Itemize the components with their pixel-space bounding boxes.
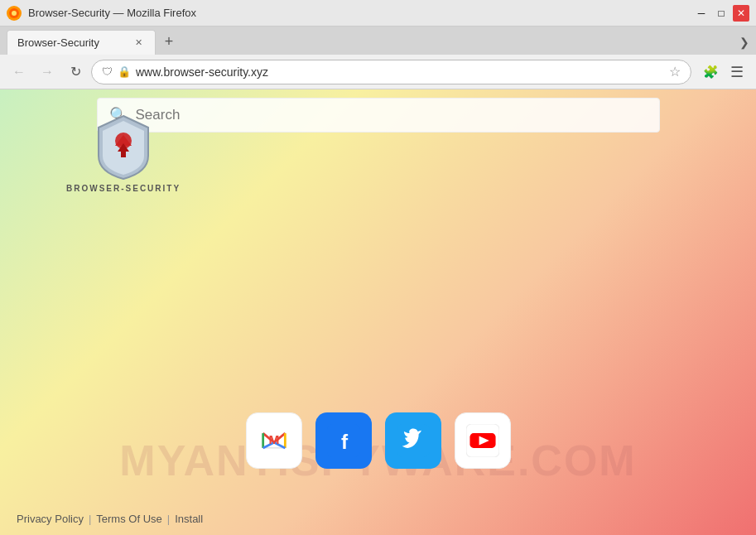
social-icons: M f (246, 412, 511, 469)
reload-button[interactable]: ↻ (63, 60, 88, 84)
shield-logo (94, 114, 152, 181)
forward-button[interactable]: → (35, 60, 60, 84)
logo-area: BROWSER-SECURITY (66, 114, 181, 193)
tab-spacer: ❯ (182, 30, 756, 55)
active-tab[interactable]: Browser-Security ✕ (7, 30, 156, 55)
bookmark-star-icon[interactable]: ☆ (669, 64, 681, 80)
maximize-button[interactable]: □ (713, 5, 730, 22)
tab-label: Browser-Security (17, 36, 99, 49)
tab-close-button[interactable]: ✕ (132, 36, 145, 50)
menu-button[interactable]: ☰ (725, 60, 749, 84)
youtube-icon (466, 424, 499, 457)
facebook-button[interactable]: f (315, 412, 372, 469)
search-bar[interactable]: 🔍 (97, 98, 660, 133)
gmail-icon: M (258, 424, 291, 457)
shield-icon: 🛡 (102, 65, 113, 78)
svg-rect-6 (121, 149, 126, 157)
footer-sep-1: | (89, 513, 91, 525)
twitter-icon (397, 424, 430, 457)
svg-text:f: f (341, 431, 349, 453)
tabbar: Browser-Security ✕ + ❯ (0, 27, 756, 55)
window-controls: ─ □ ✕ (693, 5, 749, 22)
svg-text:M: M (268, 432, 279, 446)
install-link[interactable]: Install (175, 513, 203, 525)
extensions-button[interactable]: 🧩 (698, 60, 723, 84)
firefox-icon (7, 6, 22, 21)
all-tabs-button[interactable]: ❯ (739, 36, 749, 49)
titlebar-left: Browser-Security — Mozilla Firefox (7, 6, 196, 21)
lock-icon: 🔒 (118, 65, 131, 78)
youtube-button[interactable] (455, 412, 511, 469)
svg-point-2 (12, 11, 17, 16)
facebook-icon: f (327, 424, 360, 457)
minimize-button[interactable]: ─ (693, 5, 710, 22)
search-input[interactable] (136, 107, 648, 123)
back-button[interactable]: ← (7, 60, 31, 84)
nav-extras: 🧩 ☰ (698, 60, 749, 84)
terms-of-use-link[interactable]: Terms Of Use (96, 513, 161, 525)
brand-name: BROWSER-SECURITY (66, 184, 181, 193)
url-text: www.browser-security.xyz (136, 65, 664, 79)
titlebar-title: Browser-Security — Mozilla Firefox (28, 7, 196, 19)
twitter-button[interactable] (385, 412, 441, 469)
footer-sep-2: | (167, 513, 170, 525)
new-tab-button[interactable]: + (157, 30, 181, 53)
titlebar: Browser-Security — Mozilla Firefox ─ □ ✕ (0, 0, 756, 27)
address-bar[interactable]: 🛡 🔒 www.browser-security.xyz ☆ (91, 60, 691, 84)
navbar: ← → ↻ 🛡 🔒 www.browser-security.xyz ☆ 🧩 ☰ (0, 55, 756, 89)
gmail-button[interactable]: M (246, 412, 302, 469)
page-content: MYANTISPYWARE.COM BROWSER-SECURITY 🔍 (0, 89, 756, 535)
footer: Privacy Policy | Terms Of Use | Install (17, 513, 203, 525)
close-button[interactable]: ✕ (733, 5, 749, 22)
privacy-policy-link[interactable]: Privacy Policy (17, 513, 84, 525)
